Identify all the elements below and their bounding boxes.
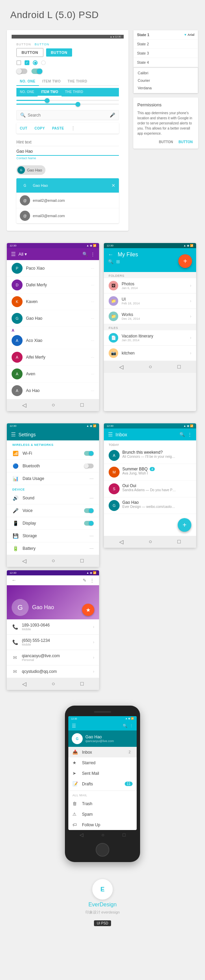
home-detail-btn[interactable]: ○: [51, 681, 55, 687]
permissions-cancel-button[interactable]: BUTTON: [157, 139, 174, 145]
tab-filled-no-one[interactable]: NO. ONE: [16, 88, 38, 97]
settings-data-usage[interactable]: 📊 Data Usage —: [7, 473, 99, 485]
contact-item-kaven[interactable]: K Kaven ⋯: [7, 293, 99, 310]
drawer-followup[interactable]: 🏷 Follow Up: [68, 819, 137, 830]
dropdown-option-calibri[interactable]: Calibri: [134, 69, 198, 77]
home-settings-btn[interactable]: ○: [51, 558, 55, 564]
drawer-trash[interactable]: 🗑 Trash: [68, 798, 137, 809]
state-2-row[interactable]: State 2: [134, 40, 198, 49]
button-filled-teal[interactable]: BUTTON: [46, 48, 72, 57]
email-item-gao-hao[interactable]: G Gao Hao ✕: [16, 178, 119, 192]
inbox-item-oui[interactable]: S Oui Oui Sandra Adams — Do you have Pac…: [104, 480, 196, 497]
search-input[interactable]: [28, 113, 110, 118]
file-item-works[interactable]: 📁 Works Dec 24, 2014 ›: [104, 309, 196, 324]
permissions-ok-button[interactable]: BUTTON: [177, 139, 194, 145]
contact-detail-star[interactable]: ★: [82, 604, 94, 616]
files-back-icon[interactable]: ←: [108, 251, 114, 257]
more-options-icon[interactable]: ⋮: [68, 123, 78, 134]
settings-battery[interactable]: 🔋 Battery —: [7, 542, 99, 555]
recents-settings-btn[interactable]: □: [80, 558, 84, 564]
bluetooth-toggle[interactable]: [84, 464, 94, 468]
detail-email-2[interactable]: ✉ qcystudio@qq.com ›: [7, 665, 99, 678]
copy-button[interactable]: COPY: [31, 124, 48, 133]
close-icon[interactable]: ✕: [111, 183, 115, 188]
drawer-sent[interactable]: ➤ Sent Mail: [68, 768, 137, 778]
toggle-off[interactable]: [16, 68, 27, 74]
inbox-more-icon[interactable]: ⋮: [187, 432, 192, 437]
dropdown-option-verdana[interactable]: Verdana: [134, 84, 198, 92]
voice-toggle[interactable]: [84, 508, 94, 513]
state-3-row[interactable]: State 3: [134, 49, 198, 58]
wifi-toggle[interactable]: [84, 451, 94, 456]
contact-item-gao[interactable]: G Gao Hao ⋯: [7, 310, 99, 327]
toggle-on[interactable]: [31, 68, 42, 74]
drawer-spam[interactable]: ⚠ Spam: [68, 809, 137, 819]
contact-item-dafei[interactable]: D Dafei Merfy ⋯: [7, 277, 99, 293]
back-settings-btn[interactable]: ◁: [22, 558, 26, 564]
detail-more-icon[interactable]: ⋮: [90, 578, 94, 583]
settings-bluetooth[interactable]: 🔵 Bluetooth: [7, 460, 99, 473]
recents-files-btn[interactable]: □: [177, 364, 181, 370]
detail-edit-icon[interactable]: ✎: [83, 578, 86, 583]
contact-item-ao[interactable]: A Ao Hao ⋯: [7, 382, 99, 399]
recents-nav-btn[interactable]: □: [80, 402, 84, 408]
drawer-inbox[interactable]: 📥 Inbox 2: [68, 747, 137, 757]
file-item-vacation[interactable]: 📄 Vacation Itinerary Jan 20, 2014 ›: [104, 330, 196, 346]
back-files-btn[interactable]: ◁: [119, 364, 123, 370]
button-outlined[interactable]: BUTTON: [16, 48, 43, 57]
phone-physical-home[interactable]: [96, 843, 109, 857]
files-grid-icon[interactable]: ⊞: [116, 259, 120, 264]
checkbox-radio-on[interactable]: [33, 60, 38, 65]
display-toggle[interactable]: [84, 521, 94, 526]
contact-item-aco[interactable]: A Aco Xiao ⋯: [7, 332, 99, 349]
settings-voice[interactable]: 🎤 Voice: [7, 504, 99, 517]
dropdown-option-courier[interactable]: Courier: [134, 77, 198, 84]
file-item-ui[interactable]: 📁 UI Feb 18, 2014 ›: [104, 293, 196, 309]
detail-email-1[interactable]: ✉ qiancaoyu@live.com Personal ›: [7, 650, 99, 665]
tab-filled-the-third[interactable]: THE THIRD: [61, 88, 86, 97]
inbox-menu-icon[interactable]: ☰: [108, 431, 113, 438]
menu-icon[interactable]: ☰: [11, 251, 16, 257]
email-item-2[interactable]: @ email2@email.com: [16, 192, 119, 208]
settings-storage[interactable]: 💾 Storage —: [7, 530, 99, 542]
contact-item-aven[interactable]: A Aven ⋯: [7, 366, 99, 382]
inbox-fab[interactable]: +: [178, 518, 191, 532]
hint-input[interactable]: [16, 137, 119, 146]
settings-display[interactable]: 📱 Display: [7, 517, 99, 530]
phone-back-btn[interactable]: ◁: [80, 832, 83, 837]
recents-detail-btn[interactable]: □: [80, 681, 84, 687]
email-item-3[interactable]: @ email3@email.com: [16, 208, 119, 223]
back-nav-btn[interactable]: ◁: [22, 402, 26, 408]
settings-menu-icon[interactable]: ☰: [11, 431, 16, 438]
contact-item-alfei[interactable]: A Alfei Merfy ⋯: [7, 349, 99, 366]
back-inbox-btn[interactable]: ◁: [119, 539, 123, 545]
home-nav-btn[interactable]: ○: [51, 402, 55, 408]
drawer-drafts[interactable]: 📝 Drafts 11: [68, 778, 137, 789]
checkbox-unchecked[interactable]: [16, 60, 21, 65]
tab-item-two[interactable]: ITEM TWO: [39, 77, 64, 85]
tab-no-one[interactable]: NO. ONE: [16, 77, 39, 86]
home-files-btn[interactable]: ○: [149, 364, 152, 370]
contact-item-paco[interactable]: P Paco Xiao ⋯: [7, 260, 99, 277]
tab-filled-item-two[interactable]: ITEM TWO: [38, 88, 61, 97]
paste-button[interactable]: PASTE: [48, 124, 67, 133]
files-fab[interactable]: +: [178, 254, 192, 268]
inbox-item-bbq[interactable]: M Summer BBQ 4 Ava Jung, Wish I: [104, 464, 196, 480]
home-inbox-btn[interactable]: ○: [149, 539, 152, 545]
phone-recents-btn[interactable]: □: [123, 832, 125, 837]
slider-track-2[interactable]: [16, 103, 119, 105]
phone-home-btn[interactable]: ○: [101, 832, 104, 837]
active-input[interactable]: [16, 146, 119, 156]
email-app-search-icon[interactable]: 🔍: [123, 724, 127, 728]
inbox-search-icon[interactable]: 🔍: [179, 432, 185, 437]
recents-inbox-btn[interactable]: □: [177, 539, 181, 545]
inbox-item-brunch[interactable]: A Brunch this weekend? Ali Connors — I'l…: [104, 447, 196, 464]
email-app-menu-icon[interactable]: ☰: [72, 723, 76, 729]
back-detail-btn[interactable]: ◁: [22, 681, 26, 687]
state-4-row[interactable]: State 4: [134, 58, 198, 67]
tab-the-third[interactable]: THE THIRD: [64, 77, 91, 85]
slider-track-1[interactable]: [16, 100, 119, 101]
cut-button[interactable]: CUT: [16, 124, 31, 133]
search-toolbar-icon[interactable]: 🔍: [82, 251, 88, 257]
file-item-photos[interactable]: 🖼 Photos Jan 6, 2014 ›: [104, 278, 196, 293]
